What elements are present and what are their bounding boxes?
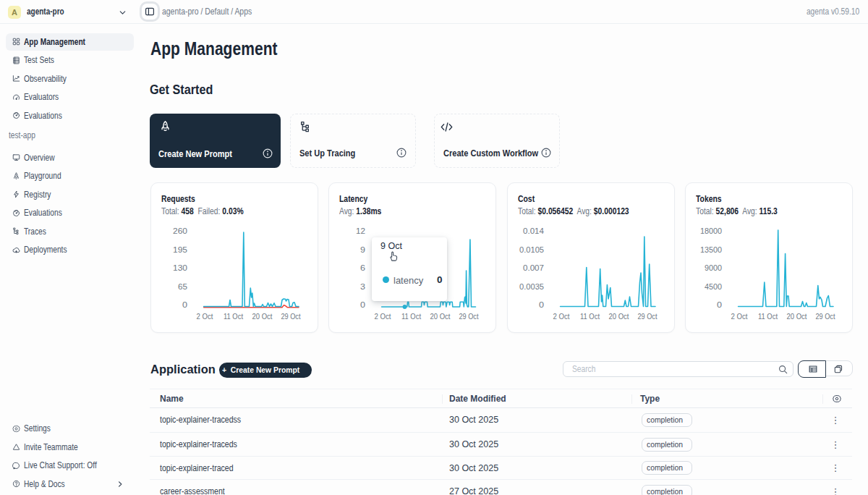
svg-text:29 Oct: 29 Oct: [816, 312, 836, 321]
svg-text:2 Oct: 2 Oct: [375, 312, 392, 321]
svg-text:0: 0: [360, 300, 365, 309]
svg-text:9: 9: [360, 245, 365, 254]
svg-text:6: 6: [360, 263, 365, 272]
svg-text:0: 0: [182, 300, 187, 309]
svg-text:0: 0: [539, 300, 544, 309]
svg-text:12: 12: [356, 227, 365, 235]
svg-text:2 Oct: 2 Oct: [197, 312, 214, 321]
svg-text:29 Oct: 29 Oct: [281, 312, 302, 321]
svg-text:13500: 13500: [700, 245, 722, 254]
svg-text:18000: 18000: [700, 227, 722, 235]
svg-text:65: 65: [178, 282, 187, 291]
svg-text:11 Oct: 11 Oct: [580, 312, 600, 321]
svg-text:20 Oct: 20 Oct: [252, 312, 273, 321]
svg-text:3: 3: [360, 282, 365, 291]
svg-text:4500: 4500: [705, 282, 722, 291]
svg-text:20 Oct: 20 Oct: [430, 312, 451, 321]
svg-text:0.0035: 0.0035: [519, 282, 544, 291]
svg-text:11 Oct: 11 Oct: [758, 312, 778, 321]
svg-text:29 Oct: 29 Oct: [459, 312, 480, 321]
svg-text:2 Oct: 2 Oct: [731, 312, 749, 321]
svg-text:0.014: 0.014: [523, 227, 545, 235]
svg-text:260: 260: [173, 227, 187, 235]
svg-text:0.0105: 0.0105: [519, 245, 544, 254]
svg-text:20 Oct: 20 Oct: [787, 312, 808, 321]
svg-text:2 Oct: 2 Oct: [553, 312, 571, 321]
svg-text:11 Oct: 11 Oct: [401, 312, 422, 321]
svg-text:195: 195: [173, 245, 187, 254]
svg-text:29 Oct: 29 Oct: [638, 312, 658, 321]
svg-text:0.007: 0.007: [523, 263, 544, 272]
svg-text:130: 130: [173, 263, 187, 272]
svg-text:11 Oct: 11 Oct: [224, 312, 244, 321]
svg-text:9000: 9000: [705, 263, 722, 272]
svg-text:20 Oct: 20 Oct: [609, 312, 630, 321]
svg-text:0: 0: [717, 300, 722, 309]
